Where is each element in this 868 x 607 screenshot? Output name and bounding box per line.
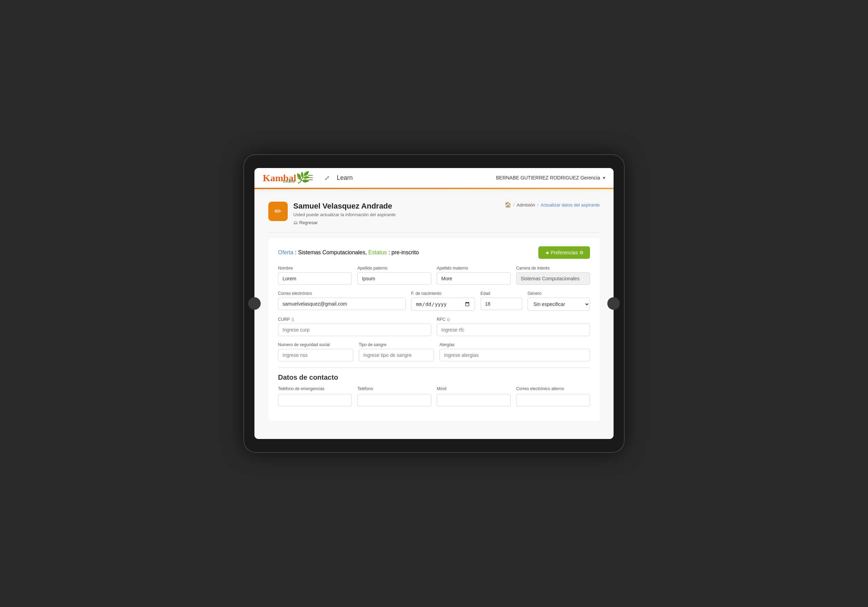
breadcrumb-admision[interactable]: Admisión: [516, 202, 535, 207]
apellido-paterno-input[interactable]: [357, 272, 431, 285]
contact-labels-row: Teléfono de emergencias Teléfono Móvil C…: [278, 386, 590, 391]
apellido-paterno-label: Apellido paterno: [357, 266, 431, 271]
curp-group: CURP (): [278, 317, 431, 336]
page-icon-badge: ✏: [268, 202, 288, 221]
form-row-1: Nombre Apellido paterno Apellido materno: [278, 266, 590, 285]
logo-learn-text: Learn: [283, 178, 294, 184]
telefono-emergencias-input[interactable]: [278, 394, 352, 406]
oferta-estatus-text: Oferta : Sistemas Computacionales, Estat…: [278, 249, 419, 255]
telefono-input[interactable]: [357, 394, 431, 406]
correo-group: Correo electrónico: [278, 291, 406, 311]
correo-alterno-group: [516, 394, 590, 406]
estatus-label: Estatus: [369, 249, 387, 255]
breadcrumb-current: Actualizar datos del aspirante: [540, 202, 600, 207]
expand-button[interactable]: ⤢: [323, 172, 331, 183]
movil-group: [437, 394, 511, 406]
carrera-label: Carrera de interés: [516, 266, 590, 271]
edad-input[interactable]: [480, 297, 522, 310]
movil-input[interactable]: [437, 394, 511, 406]
correo-alterno-input[interactable]: [516, 394, 590, 406]
chevron-down-icon: ▾: [603, 175, 605, 181]
nav-learn-label: Learn: [336, 174, 353, 181]
rfc-input[interactable]: [437, 324, 590, 336]
back-link[interactable]: 🗂 Regresar: [293, 220, 396, 225]
header-divider: [268, 232, 600, 232]
curp-optional: (): [291, 317, 294, 322]
nacimiento-input[interactable]: [411, 297, 475, 311]
user-name-label: BERNABE GUTIERREZ RODRIGUEZ Gerencia: [496, 175, 600, 181]
carrera-group: Carrera de interés: [516, 266, 590, 285]
navbar: Kambal 🌿 Learn ☰ ⤢ Learn BERNABE GUTIERR…: [254, 168, 614, 188]
preferencias-button[interactable]: ◄ Preferencias ⚙: [538, 246, 590, 259]
genero-select[interactable]: Sin especificar Masculino Femenino: [528, 297, 590, 311]
edad-label: Edad: [480, 291, 522, 296]
telefono-emergencias-label: Teléfono de emergencias: [278, 386, 352, 391]
genero-group: Género Sin especificar Masculino Femenin…: [528, 291, 590, 311]
tipo-sangre-group: Tipo de sangre: [359, 342, 434, 361]
correo-alterno-label: Correo electrónico alterno: [516, 386, 590, 391]
home-icon: 🏠: [505, 202, 511, 208]
estatus-value: pre-inscrito: [391, 249, 419, 255]
curp-label: CURP (): [278, 317, 431, 322]
tipo-sangre-label: Tipo de sangre: [359, 342, 434, 347]
rfc-label: RFC (): [437, 317, 590, 322]
page-title: Samuel Velasquez Andrade: [293, 202, 396, 211]
genero-label: Género: [528, 291, 590, 296]
rfc-optional: (): [447, 317, 450, 322]
edad-group: Edad: [480, 291, 522, 311]
page-title-area: Samuel Velasquez Andrade Usted puede act…: [293, 202, 396, 225]
tipo-sangre-input[interactable]: [359, 349, 434, 361]
telefono-label: Teléfono: [357, 386, 431, 391]
apellido-materno-input[interactable]: [437, 272, 511, 285]
nss-input[interactable]: [278, 349, 353, 361]
edit-icon: ✏: [274, 206, 282, 216]
user-menu[interactable]: BERNABE GUTIERREZ RODRIGUEZ Gerencia ▾: [496, 175, 605, 181]
alergias-input[interactable]: [440, 349, 590, 361]
contact-section: Datos de contacto Teléfono de emergencia…: [278, 373, 590, 406]
telefono-group: [357, 394, 431, 406]
page-subtitle: Usted puede actualizar la información de…: [293, 212, 396, 217]
preferencias-label: ◄ Preferencias ⚙: [545, 250, 584, 255]
sub-nav-spacer: [254, 189, 614, 192]
form-row-3: CURP () RFC (): [278, 317, 590, 336]
alergias-label: Alergias: [440, 342, 590, 347]
contact-section-title: Datos de contacto: [278, 373, 590, 381]
main-content: ✏ Samuel Velasquez Andrade Usted puede a…: [254, 192, 614, 439]
apellido-materno-label: Apellido materno: [437, 266, 511, 271]
carrera-input: [516, 272, 590, 285]
expand-icon: ⤢: [324, 175, 330, 181]
form-row-2: Correo electrónico F. de nacimiento Edad: [278, 291, 590, 311]
form-row-4: Numero de seguridad social Tipo de sangr…: [278, 342, 590, 361]
oferta-colon: :: [295, 249, 298, 255]
rfc-group: RFC (): [437, 317, 590, 336]
alergias-group: Alergias: [440, 342, 590, 361]
breadcrumb-sep-2: /: [537, 202, 539, 207]
logo: Kambal 🌿 Learn: [263, 172, 294, 184]
movil-label: Móvil: [437, 386, 511, 391]
oferta-line: Oferta : Sistemas Computacionales, Estat…: [278, 246, 590, 259]
page-header: ✏ Samuel Velasquez Andrade Usted puede a…: [268, 202, 600, 225]
back-icon: 🗂: [293, 220, 298, 225]
estatus-colon: :: [388, 249, 391, 255]
telefono-emergencias-group: [278, 394, 352, 406]
breadcrumb-sep-1: /: [513, 202, 515, 207]
curp-input[interactable]: [278, 324, 431, 336]
correo-label: Correo electrónico: [278, 291, 406, 296]
nacimiento-label: F. de nacimiento: [411, 291, 475, 296]
nombre-label: Nombre: [278, 266, 352, 271]
nss-label: Numero de seguridad social: [278, 342, 353, 347]
oferta-label: Oferta: [278, 249, 293, 255]
nss-group: Numero de seguridad social: [278, 342, 353, 361]
contact-divider: [278, 368, 590, 368]
nacimiento-group: F. de nacimiento: [411, 291, 475, 311]
apellido-materno-group: Apellido materno: [437, 266, 511, 285]
page-header-left: ✏ Samuel Velasquez Andrade Usted puede a…: [268, 202, 396, 225]
apellido-paterno-group: Apellido paterno: [357, 266, 431, 285]
menu-button[interactable]: ☰: [304, 172, 316, 183]
oferta-value: Sistemas Computacionales,: [298, 249, 367, 255]
nombre-group: Nombre: [278, 266, 352, 285]
form-section: Oferta : Sistemas Computacionales, Estat…: [268, 238, 600, 421]
nombre-input[interactable]: [278, 272, 352, 285]
breadcrumb: 🏠 / Admisión / Actualizar datos del aspi…: [505, 202, 600, 208]
correo-input[interactable]: [278, 297, 406, 310]
